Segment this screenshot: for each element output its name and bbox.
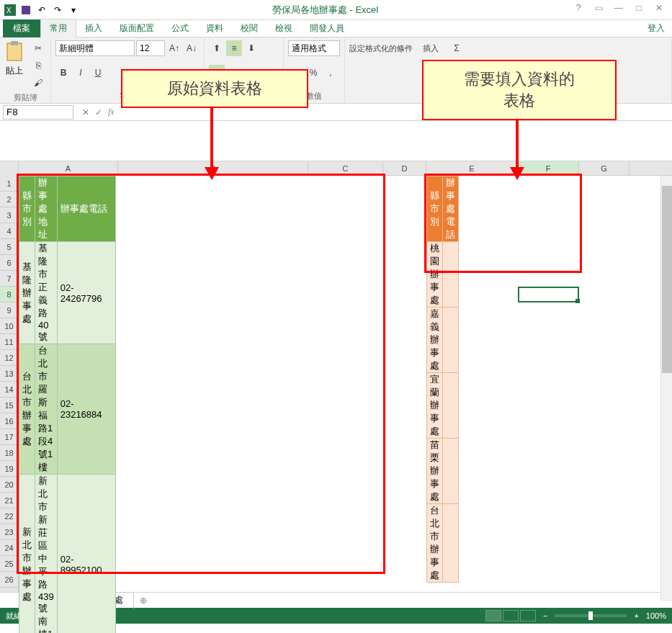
target-cell[interactable] (443, 439, 459, 504)
insert-cells-button[interactable]: 插入 (423, 43, 439, 54)
col-header-D[interactable]: D (383, 161, 426, 175)
row-header-26[interactable]: 26 (0, 572, 18, 588)
zoom-in-button[interactable]: + (634, 611, 638, 620)
layout-tab[interactable]: 版面配置 (111, 19, 163, 37)
source-header[interactable]: 辦事處地址 (35, 176, 58, 242)
align-bottom-icon[interactable]: ⬇ (243, 40, 259, 56)
source-cell[interactable]: 基隆市正義路40號 (35, 242, 58, 344)
source-cell[interactable]: 02-23216884 (57, 344, 116, 475)
source-cell[interactable]: 台北市辦事處 (19, 344, 35, 475)
cut-icon[interactable]: ✂ (30, 40, 46, 56)
row-header-18[interactable]: 18 (0, 445, 18, 461)
row-header-17[interactable]: 17 (0, 429, 18, 445)
conditional-format-button[interactable]: 設定格式化的條件 (349, 43, 413, 54)
save-icon[interactable] (19, 3, 33, 17)
spreadsheet-grid[interactable]: ABCDEFG 12345678910111213141516171819202… (0, 161, 672, 592)
align-top-icon[interactable]: ⬆ (209, 40, 225, 56)
paste-button[interactable]: 貼上 (4, 40, 24, 91)
italic-button[interactable]: I (73, 65, 89, 81)
source-cell[interactable]: 台北市羅斯福路1段4號1樓 (35, 344, 58, 475)
row-headers[interactable]: 1234567891011121314151617181920212223242… (0, 161, 19, 592)
increase-font-icon[interactable]: A↑ (166, 40, 182, 56)
developer-tab[interactable]: 開發人員 (301, 19, 353, 37)
ribbon-options-icon[interactable]: ▭ (590, 3, 607, 17)
target-cell[interactable] (443, 307, 459, 373)
source-cell[interactable]: 02-89952100 (57, 475, 116, 634)
signin-link[interactable]: 登入 (648, 22, 672, 35)
row-header-20[interactable]: 20 (0, 477, 18, 493)
target-cell[interactable]: 桃園辦事處 (427, 242, 443, 307)
row-header-9[interactable]: 9 (0, 302, 18, 318)
row-header-24[interactable]: 24 (0, 540, 18, 556)
home-tab[interactable]: 常用 (40, 19, 76, 38)
row-header-5[interactable]: 5 (0, 239, 18, 255)
comma-icon[interactable]: , (323, 65, 339, 81)
source-table[interactable]: 縣市別辦事處地址辦事處電話基隆辦事處基隆市正義路40號02-24267796台北… (19, 176, 116, 633)
font-size-select[interactable] (136, 40, 165, 56)
row-header-21[interactable]: 21 (0, 493, 18, 508)
col-header-F[interactable]: F (518, 161, 579, 175)
align-middle-icon[interactable]: ≡ (226, 40, 242, 56)
row-header-7[interactable]: 7 (0, 271, 18, 287)
row-header-4[interactable]: 4 (0, 223, 18, 239)
page-break-view-icon[interactable] (520, 610, 536, 621)
scrollbar-thumb[interactable] (662, 186, 672, 373)
format-painter-icon[interactable]: 🖌 (30, 75, 46, 91)
target-cell[interactable]: 苗栗辦事處 (427, 439, 443, 504)
qat-dropdown-icon[interactable]: ▾ (66, 3, 81, 17)
help-icon[interactable]: ? (570, 3, 587, 17)
insert-tab[interactable]: 插入 (76, 19, 111, 37)
formulas-tab[interactable]: 公式 (163, 19, 197, 37)
bold-button[interactable]: B (55, 65, 71, 81)
target-cell[interactable]: 宜蘭辦事處 (427, 373, 443, 439)
normal-view-icon[interactable] (485, 610, 501, 621)
source-header[interactable]: 縣市別 (19, 176, 35, 242)
row-header-14[interactable]: 14 (0, 382, 18, 398)
row-header-13[interactable]: 13 (0, 366, 18, 382)
vertical-scrollbar[interactable] (660, 176, 672, 601)
enter-formula-icon[interactable]: ✓ (95, 107, 102, 117)
source-header[interactable]: 辦事處電話 (57, 176, 116, 242)
zoom-value[interactable]: 100% (646, 611, 666, 620)
excel-icon[interactable]: X (3, 3, 17, 17)
row-header-1[interactable]: 1 (0, 176, 18, 192)
close-icon[interactable]: ✕ (650, 3, 668, 17)
row-header-23[interactable]: 23 (0, 524, 18, 540)
col-header-A[interactable]: A (19, 161, 118, 175)
target-table[interactable]: 縣市別辦事處電話桃園辦事處嘉義辦事處宜蘭辦事處苗栗辦事處台北市辦事處 (426, 176, 459, 583)
target-header[interactable]: 縣市別 (427, 176, 443, 242)
row-header-19[interactable]: 19 (0, 461, 18, 477)
cancel-formula-icon[interactable]: ✕ (82, 107, 89, 117)
decrease-font-icon[interactable]: A↓ (184, 40, 200, 56)
copy-icon[interactable]: ⎘ (30, 58, 46, 73)
number-format-select[interactable] (288, 40, 340, 56)
column-headers[interactable]: ABCDEFG (19, 161, 672, 176)
review-tab[interactable]: 校閱 (232, 19, 266, 37)
view-tab[interactable]: 檢視 (266, 19, 301, 37)
maximize-icon[interactable]: □ (630, 3, 648, 17)
row-header-3[interactable]: 3 (0, 207, 18, 223)
font-name-select[interactable] (55, 40, 135, 56)
target-cell[interactable] (443, 504, 459, 583)
source-cell[interactable]: 新北市新莊區中平路439號南棟1樓 (35, 475, 58, 634)
target-cell[interactable]: 嘉義辦事處 (427, 307, 443, 373)
underline-button[interactable]: U (90, 65, 106, 81)
row-header-15[interactable]: 15 (0, 398, 18, 413)
redo-icon[interactable]: ↷ (50, 3, 65, 17)
row-header-25[interactable]: 25 (0, 556, 18, 572)
file-tab[interactable]: 檔案 (3, 19, 40, 37)
name-box[interactable] (3, 105, 73, 120)
target-cell[interactable]: 台北市辦事處 (427, 504, 443, 583)
target-header[interactable]: 辦事處電話 (443, 176, 459, 242)
minimize-icon[interactable]: — (610, 3, 627, 17)
row-header-11[interactable]: 11 (0, 334, 18, 350)
zoom-slider[interactable] (555, 614, 627, 617)
add-sheet-button[interactable]: ⊕ (140, 596, 147, 606)
fx-icon[interactable]: fx (108, 107, 115, 117)
col-header-E[interactable]: E (426, 161, 518, 175)
col-header-C[interactable]: C (308, 161, 383, 175)
row-header-22[interactable]: 22 (0, 508, 18, 524)
row-header-10[interactable]: 10 (0, 318, 18, 334)
row-header-6[interactable]: 6 (0, 255, 18, 271)
source-cell[interactable]: 02-24267796 (57, 242, 116, 344)
